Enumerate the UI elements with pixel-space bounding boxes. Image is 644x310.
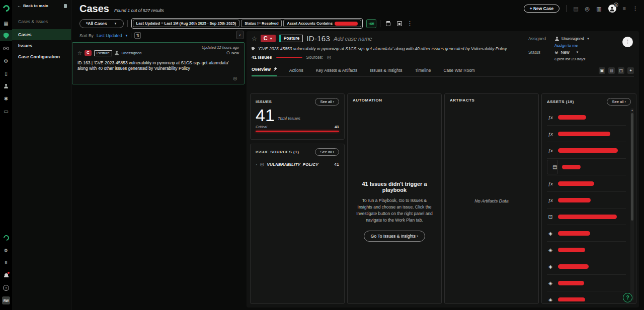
sidebar-item-case-configuration[interactable]: Case Configuration [12,51,71,62]
assignee-label: Unassigned [122,51,142,55]
artifacts-empty-state: No Artifacts Data [450,102,533,299]
source-icon[interactable]: ◎ [327,55,331,60]
back-to-main[interactable]: ← Back to main [12,0,71,11]
team-icon[interactable] [0,80,12,91]
case-id: ID-163 [306,34,330,43]
redacted-asset-name [558,181,594,186]
asset-row[interactable] [547,209,626,225]
expand-view-icon[interactable]: ▣ [599,67,605,74]
sidebar-item-issues[interactable]: Issues [12,40,71,51]
help-button[interactable]: ? [623,293,632,302]
favorite-star-icon[interactable]: ☆ [77,50,82,56]
filter-chip-asset-accounts[interactable]: Asset Accounts Contains [283,20,361,27]
asset-row[interactable] [547,159,626,175]
redacted-asset-name [558,215,617,219]
notification-badge: 3 [614,3,618,7]
issue-sources-card: ISSUE SOURCES (1) See all › › ◎ VULNERAB… [250,144,345,304]
case-views-dropdown[interactable]: *All Cases ▼ [79,19,124,28]
preferences-gear-icon[interactable]: ⚙ [0,245,12,256]
asset-row[interactable] [547,142,626,159]
tab-key-assets-artifacts[interactable]: Key Assets & Artifacts [316,68,358,76]
person-icon [610,7,614,11]
collapse-list-button[interactable]: ‹ [236,31,244,39]
tab-timeline[interactable]: Timeline [415,68,431,76]
organization-icon[interactable]: ▥ [596,6,601,12]
scroll-up-icon[interactable]: ▲ [630,109,634,112]
radar-icon[interactable]: ◎ [585,6,590,12]
redacted-asset-name [558,132,610,136]
nav-section-title: Cases & Issues [12,11,71,29]
asset-row[interactable] [547,291,626,301]
priority-dropdown[interactable]: C ▼ [261,35,276,42]
asset-row[interactable] [547,126,626,142]
asset-row[interactable] [547,175,626,192]
asset-row[interactable] [547,225,626,242]
cases-shield-icon[interactable] [0,30,12,41]
asset-row[interactable] [547,109,626,126]
comments-view-icon[interactable]: ◫ [618,67,624,74]
priority-badge: C [85,50,92,56]
redacted-asset-name [558,248,585,252]
tab-case-war-room[interactable]: Case War Room [443,68,475,76]
source-row[interactable]: › ◎ VULNERABILITY_POLICY 41 [256,162,339,167]
page-title: Cases [79,3,109,15]
sort-value-dropdown[interactable]: Last Updated [97,33,122,38]
device-icon[interactable]: ▯ [0,68,12,79]
graph-view-icon[interactable]: ✦ [627,67,634,74]
assets-scrollbar[interactable]: ▲ [630,108,634,300]
sort-direction-icon[interactable]: ⇅ [134,32,141,39]
add-or-filter-button[interactable]: +OR [366,19,376,28]
tab-issues-insights[interactable]: Issues & Insights [370,68,402,76]
save-view-icon[interactable] [395,20,404,28]
tab-overview[interactable]: Overview [252,67,277,76]
case-updated-time: Updated 12 hours ago [77,45,239,50]
filter-chip-last-updated[interactable]: Last Updated = Last 1M (Aug 26th 2025 - … [133,20,240,27]
asset-row[interactable] [547,192,626,209]
favorite-star-icon[interactable]: ☆ [252,35,257,42]
assignee-dropdown[interactable]: Unassigned ▼ [554,36,617,41]
delete-filter-icon[interactable] [384,20,392,28]
case-more-options-button[interactable]: ⋮ [622,37,633,47]
assets-see-all-button[interactable]: See all › [607,98,631,106]
issues-see-all-button[interactable]: See all › [315,98,339,106]
status-dropdown[interactable]: ⊖ New ▼ [554,50,617,55]
asset-type-icon [547,131,554,137]
apps-grid-icon[interactable]: ⠿ [0,257,12,268]
assign-to-me-link[interactable]: Assign to me [554,43,617,48]
sources-see-all-button[interactable]: See all › [315,148,339,156]
notes-view-icon[interactable]: ▤ [608,67,615,74]
eye-icon[interactable] [0,43,12,54]
new-case-button[interactable]: + New Case [524,5,560,13]
app-logo-icon[interactable] [0,3,12,14]
scrollbar-thumb[interactable] [631,113,633,221]
go-to-issues-insights-button[interactable]: Go To Issues & Insights › [364,231,425,242]
case-name-input[interactable]: Add case name [334,36,372,42]
asset-row[interactable] [547,275,626,291]
asset-row[interactable] [547,258,626,275]
simulated-cases-icon[interactable]: ▤ [573,6,578,12]
redacted-asset-name [562,165,581,169]
filter-more-options-icon[interactable]: ⋮ [407,20,413,27]
case-list-item[interactable]: Updated 12 hours ago ☆ C Posture Unassig… [72,42,245,84]
expand-chevron-icon[interactable]: › [256,162,257,167]
table-view-icon[interactable]: ≡ [623,6,626,12]
severity-label: Critical [256,125,267,129]
account-avatar[interactable]: 3 [608,5,616,13]
notifications-bell-icon[interactable] [0,270,12,281]
help-icon[interactable]: ? [0,282,12,293]
asset-row[interactable] [547,242,626,258]
chevron-down-icon: ▼ [576,51,579,54]
product-ring-icon[interactable] [0,232,12,243]
threat-icon[interactable]: ✱ [0,93,12,104]
filter-chip-status[interactable]: Status != Resolved [241,20,282,27]
user-avatar[interactable]: RW [0,295,12,306]
tab-actions[interactable]: Actions [289,68,303,76]
pin-sidebar-icon[interactable] [64,4,67,8]
header-more-options-icon[interactable]: ⋮ [632,6,638,12]
dashboard-icon[interactable]: ▦ [0,18,12,29]
workspace-icon[interactable]: ▭ [0,106,12,117]
assignee-icon [115,51,119,55]
critical-severity-bar [256,131,339,132]
settings-gear-icon[interactable]: ⚙ [0,55,12,66]
sidebar-item-cases[interactable]: Cases [12,29,71,40]
